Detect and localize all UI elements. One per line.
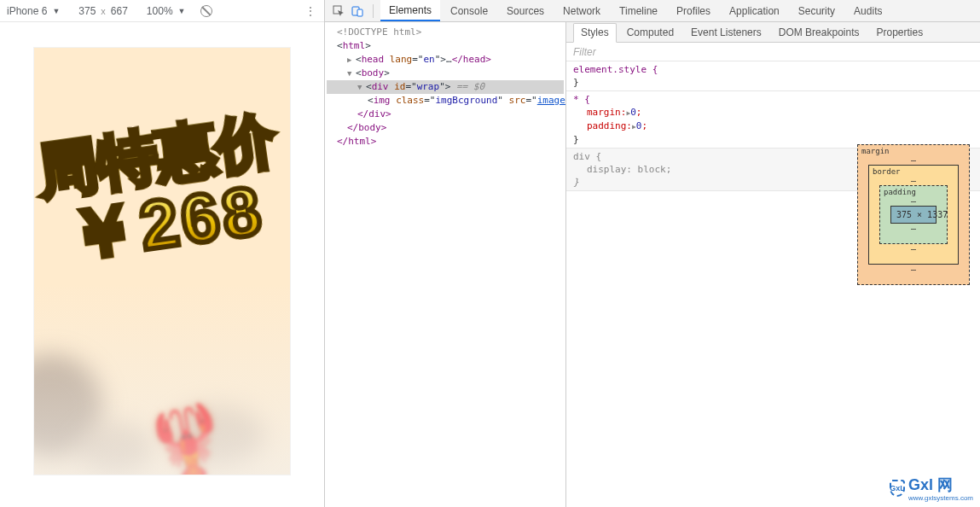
tab-profiles[interactable]: Profiles bbox=[668, 0, 719, 21]
styles-filter-input[interactable]: Filter bbox=[566, 43, 980, 61]
viewport-width-input[interactable]: 375 bbox=[78, 5, 96, 17]
tab-sources[interactable]: Sources bbox=[498, 0, 553, 21]
css-rule-close: } bbox=[573, 134, 579, 145]
tab-elements[interactable]: Elements bbox=[380, 0, 440, 21]
tab-application[interactable]: Application bbox=[721, 0, 788, 21]
device-viewport-wrap: 周特惠价 ￥268 🦞 bbox=[0, 22, 324, 507]
box-model-dash: – bbox=[911, 244, 916, 253]
blur-shape bbox=[171, 406, 264, 466]
dom-body-open[interactable]: ▼<body> bbox=[327, 67, 564, 80]
tab-security[interactable]: Security bbox=[790, 0, 844, 21]
dom-doctype[interactable]: <!DOCTYPE html> bbox=[327, 26, 564, 39]
css-declaration[interactable]: margin:▶0; bbox=[573, 106, 963, 119]
css-rule-close: } bbox=[573, 77, 579, 88]
blur-shape bbox=[34, 355, 102, 457]
dom-img[interactable]: <img class="imgBcground" src="images/pag… bbox=[327, 94, 564, 108]
styles-subtabs: Styles Computed Event Listeners DOM Brea… bbox=[566, 22, 980, 43]
dom-head[interactable]: ▶<head lang="en">…</head> bbox=[327, 53, 564, 67]
viewport-height-input[interactable]: 667 bbox=[111, 5, 128, 17]
box-model-content: 375 × 1337 bbox=[890, 206, 937, 224]
device-selector[interactable]: iPhone 6 bbox=[7, 5, 47, 17]
shield-icon: GxL bbox=[890, 480, 905, 497]
box-model-dash: – bbox=[911, 265, 916, 274]
box-model-border-label: border bbox=[873, 167, 901, 176]
svg-rect-2 bbox=[357, 9, 362, 16]
blur-shape bbox=[77, 423, 154, 475]
device-viewport[interactable]: 周特惠价 ￥268 🦞 bbox=[34, 48, 290, 475]
device-panel: iPhone 6 ▼ 375 x 667 100% ▼ ⋮ 周特惠价 ￥268 bbox=[0, 0, 325, 507]
subtab-styles[interactable]: Styles bbox=[573, 23, 617, 43]
promo-line1: 周特惠价 bbox=[34, 104, 290, 209]
css-selector: element.style { bbox=[573, 64, 658, 75]
crab-image: 🦞 bbox=[139, 396, 237, 475]
box-model[interactable]: margin – border – padding – 375 × 1337 bbox=[857, 144, 970, 285]
box-model-dash: – bbox=[911, 176, 916, 185]
box-model-dimensions: 375 × 1337 bbox=[896, 210, 948, 219]
dimension-separator: x bbox=[101, 6, 106, 16]
no-throttling-icon[interactable] bbox=[200, 5, 212, 17]
chevron-down-icon[interactable]: ▼ bbox=[178, 7, 186, 15]
dom-body-close[interactable]: </body> bbox=[327, 121, 564, 135]
css-selector: div { bbox=[573, 151, 601, 162]
css-rule-element-style[interactable]: element.style { } bbox=[566, 61, 980, 91]
promo-price: ￥268 bbox=[34, 166, 290, 279]
dom-html-close[interactable]: </html> bbox=[327, 135, 564, 149]
dom-tree[interactable]: <!DOCTYPE html> <html> ▶<head lang="en">… bbox=[325, 22, 566, 507]
device-toolbar: iPhone 6 ▼ 375 x 667 100% ▼ ⋮ bbox=[0, 0, 324, 22]
box-model-dash: – bbox=[911, 224, 916, 233]
watermark-text: Gxl 网 bbox=[908, 476, 953, 493]
box-model-padding-label: padding bbox=[884, 188, 916, 196]
css-rule-universal[interactable]: * { margin:▶0; padding:▶0; } bbox=[566, 91, 980, 149]
chevron-down-icon[interactable]: ▼ bbox=[52, 7, 60, 15]
dom-selected-wrap[interactable]: ▼<div id="wrap"> == $0 bbox=[327, 80, 564, 94]
watermark-url: www.gxlsystems.com bbox=[908, 495, 973, 502]
subtab-dom-breakpoints[interactable]: DOM Breakpoints bbox=[772, 22, 867, 42]
dom-html-open[interactable]: <html> bbox=[327, 39, 564, 53]
separator bbox=[373, 4, 374, 18]
tab-network[interactable]: Network bbox=[554, 0, 609, 21]
promo-headline: 周特惠价 ￥268 bbox=[34, 104, 290, 280]
tab-audits[interactable]: Audits bbox=[845, 0, 890, 21]
subtab-computed[interactable]: Computed bbox=[620, 22, 681, 42]
tab-timeline[interactable]: Timeline bbox=[611, 0, 666, 21]
watermark-logo: GxL Gxl 网 www.gxlsystems.com bbox=[890, 475, 973, 502]
box-model-margin-label: margin bbox=[861, 147, 890, 155]
devtools-tabbar: Elements Console Sources Network Timelin… bbox=[325, 0, 980, 22]
inspect-element-icon[interactable] bbox=[330, 3, 347, 20]
dom-div-close[interactable]: </div> bbox=[327, 108, 564, 121]
box-model-dash: – bbox=[911, 155, 916, 165]
css-rule-close: } bbox=[573, 177, 579, 188]
css-selector: * { bbox=[573, 94, 590, 105]
subtab-properties[interactable]: Properties bbox=[869, 22, 930, 42]
box-model-dash: – bbox=[911, 196, 916, 206]
subtab-event-listeners[interactable]: Event Listeners bbox=[684, 22, 768, 42]
css-declaration[interactable]: padding:▶0; bbox=[573, 119, 963, 133]
styles-sidebar: Styles Computed Event Listeners DOM Brea… bbox=[566, 22, 980, 507]
devtools-panel: Elements Console Sources Network Timelin… bbox=[325, 0, 980, 507]
kebab-menu-icon[interactable]: ⋮ bbox=[304, 4, 317, 18]
tab-console[interactable]: Console bbox=[442, 0, 496, 21]
zoom-selector[interactable]: 100% bbox=[147, 5, 173, 17]
toggle-device-icon[interactable] bbox=[349, 3, 366, 20]
